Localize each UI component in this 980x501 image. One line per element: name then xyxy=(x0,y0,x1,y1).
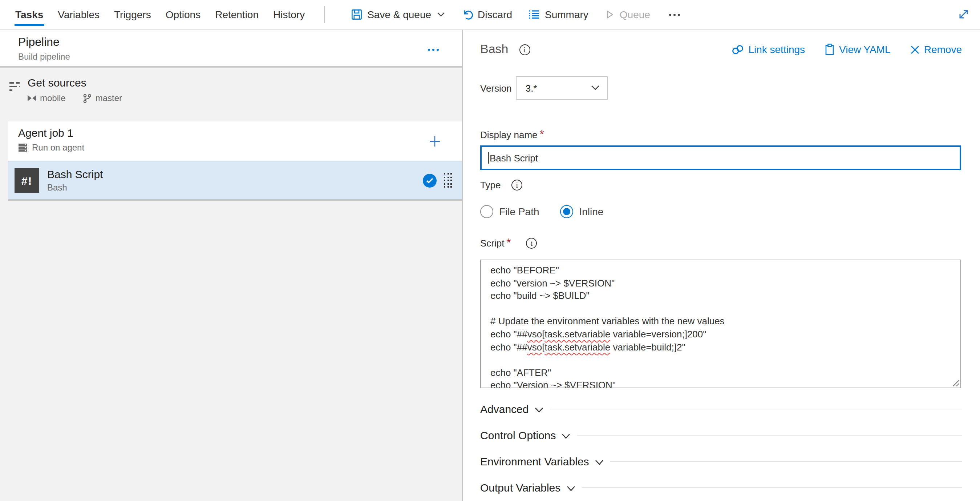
pipeline-subtitle: Build pipeline xyxy=(18,52,462,62)
tab-variables[interactable]: Variables xyxy=(51,0,107,29)
version-label: Version xyxy=(480,83,512,93)
discard-button[interactable]: Discard xyxy=(461,9,512,20)
task-panel-title: Bash xyxy=(480,42,509,57)
get-sources-row[interactable]: Get sources mobile xyxy=(0,68,462,121)
get-sources-title: Get sources xyxy=(28,77,122,89)
section-divider xyxy=(550,408,962,409)
section-label: Output Variables xyxy=(480,481,560,493)
task-row-bash-script[interactable]: #! Bash Script Bash xyxy=(8,161,462,199)
chevron-down-icon xyxy=(534,407,543,413)
task-subtitle: Bash xyxy=(47,182,103,193)
display-name-label: Display name xyxy=(480,129,538,140)
summary-button[interactable]: Summary xyxy=(528,9,589,20)
version-dropdown[interactable]: 3.* xyxy=(516,77,608,100)
tab-bar: Tasks Variables Triggers Options Retenti… xyxy=(0,0,312,29)
radio-inline[interactable]: Inline xyxy=(560,205,604,218)
info-icon[interactable]: i xyxy=(511,180,522,190)
agent-job-subtitle: Run on agent xyxy=(32,142,84,153)
tab-tasks[interactable]: Tasks xyxy=(8,0,51,29)
required-mark: * xyxy=(506,236,511,249)
radio-file-path[interactable]: File Path xyxy=(480,205,539,218)
radio-circle-selected[interactable] xyxy=(560,205,574,218)
text-caret xyxy=(488,152,489,164)
radio-file-path-label[interactable]: File Path xyxy=(499,206,539,217)
tab-triggers[interactable]: Triggers xyxy=(107,0,158,29)
close-icon xyxy=(910,45,920,54)
get-sources-icon xyxy=(8,80,21,121)
section-output-variables[interactable]: Output Variables xyxy=(480,480,962,495)
link-settings-button[interactable]: Link settings xyxy=(732,44,805,55)
display-name-value: Bash Script xyxy=(490,152,538,163)
repo-name: mobile xyxy=(40,93,66,103)
section-label: Control Options xyxy=(480,429,556,441)
queue-label: Queue xyxy=(620,9,650,20)
section-control-options[interactable]: Control Options xyxy=(480,428,962,442)
type-label: Type xyxy=(480,180,501,190)
task-drag-handle[interactable] xyxy=(444,173,452,188)
undo-icon xyxy=(461,9,473,20)
pipeline-header[interactable]: Pipeline Build pipeline xyxy=(0,30,462,68)
view-yaml-label: View YAML xyxy=(839,44,891,55)
section-environment-variables[interactable]: Environment Variables xyxy=(480,454,962,468)
play-icon xyxy=(605,10,614,20)
agent-icon xyxy=(18,143,28,152)
chevron-down-icon xyxy=(591,85,600,91)
pipeline-title: Pipeline xyxy=(18,36,462,49)
clipboard-icon xyxy=(824,44,835,55)
task-settings-panel: Bash i Link settings xyxy=(463,30,980,501)
resize-grip-icon[interactable] xyxy=(952,380,960,387)
branch-icon xyxy=(83,93,92,103)
display-name-input[interactable]: Bash Script xyxy=(480,145,961,170)
section-divider xyxy=(582,487,962,488)
remove-button[interactable]: Remove xyxy=(910,44,962,55)
section-advanced[interactable]: Advanced xyxy=(480,401,962,416)
agent-job-row[interactable]: Agent job 1 Run on agent xyxy=(8,121,462,161)
radio-inline-label[interactable]: Inline xyxy=(579,206,604,217)
pipeline-tree-panel: Pipeline Build pipeline Get sources xyxy=(0,30,463,501)
save-queue-button[interactable]: Save & queue xyxy=(350,9,445,20)
repo-icon xyxy=(28,94,36,102)
chevron-down-icon xyxy=(595,459,604,465)
save-icon xyxy=(350,9,362,20)
toolbar-more-button[interactable] xyxy=(666,9,683,20)
version-value: 3.* xyxy=(526,83,537,93)
chevron-down-icon xyxy=(562,433,570,439)
bash-task-icon: #! xyxy=(14,168,39,193)
view-yaml-button[interactable]: View YAML xyxy=(824,44,891,55)
task-selected-check-icon xyxy=(423,174,437,187)
section-label: Advanced xyxy=(480,402,528,415)
summary-label: Summary xyxy=(545,9,589,20)
section-divider xyxy=(577,434,962,435)
main-content: Pipeline Build pipeline Get sources xyxy=(0,30,980,501)
tab-history[interactable]: History xyxy=(266,0,312,29)
section-label: Environment Variables xyxy=(480,455,589,467)
link-icon xyxy=(732,44,744,55)
discard-label: Discard xyxy=(478,9,512,20)
info-icon[interactable]: i xyxy=(526,238,537,248)
link-settings-label: Link settings xyxy=(748,44,805,55)
script-editor[interactable]: echo "BEFORE"echo "version ~> $VERSION"e… xyxy=(480,260,961,388)
chevron-down-icon xyxy=(566,485,575,491)
section-divider xyxy=(610,461,962,461)
chevron-down-icon xyxy=(436,12,445,18)
required-mark: * xyxy=(540,128,544,141)
save-queue-label: Save & queue xyxy=(367,9,431,20)
info-icon[interactable]: i xyxy=(519,44,530,55)
tab-options[interactable]: Options xyxy=(158,0,208,29)
script-label: Script xyxy=(480,238,504,248)
summary-icon xyxy=(528,9,540,20)
toolbar: Tasks Variables Triggers Options Retenti… xyxy=(0,0,980,30)
toolbar-divider xyxy=(324,6,325,23)
task-title: Bash Script xyxy=(47,168,103,180)
radio-circle[interactable] xyxy=(480,205,493,218)
tab-retention[interactable]: Retention xyxy=(208,0,266,29)
fullscreen-icon[interactable] xyxy=(958,8,970,20)
pipeline-more-button[interactable] xyxy=(425,46,442,54)
remove-label: Remove xyxy=(924,44,962,55)
agent-job-title: Agent job 1 xyxy=(18,126,462,139)
add-task-button[interactable] xyxy=(429,135,441,148)
queue-button[interactable]: Queue xyxy=(605,9,650,20)
pipeline-editor: Tasks Variables Triggers Options Retenti… xyxy=(0,0,980,501)
branch-name: master xyxy=(95,93,122,103)
